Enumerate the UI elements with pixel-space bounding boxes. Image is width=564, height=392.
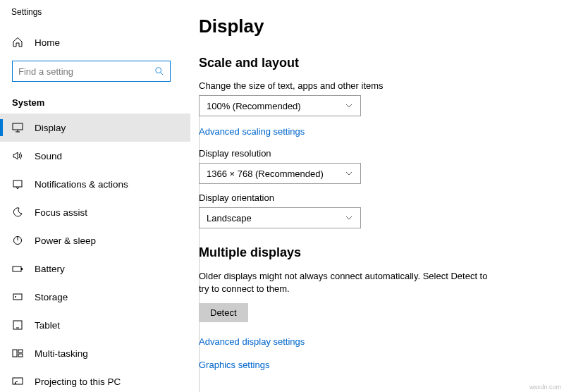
sidebar-item-tablet[interactable]: Tablet xyxy=(0,311,190,339)
search-icon xyxy=(154,66,164,76)
scale-dropdown-value: 100% (Recommended) xyxy=(207,101,301,111)
sidebar-item-label: Focus assist xyxy=(35,207,87,218)
sidebar-item-storage[interactable]: Storage xyxy=(0,283,190,311)
svg-rect-15 xyxy=(18,350,23,353)
sidebar-item-focus-assist[interactable]: Focus assist xyxy=(0,198,190,226)
sidebar-item-label: Multi-tasking xyxy=(35,348,88,359)
window-title: Settings xyxy=(0,0,190,17)
home-icon xyxy=(12,37,23,48)
multiple-displays-description: Older displays might not always connect … xyxy=(199,270,495,295)
storage-icon xyxy=(12,291,23,302)
svg-line-1 xyxy=(161,73,164,75)
sound-icon xyxy=(12,150,23,161)
graphics-settings-link[interactable]: Graphics settings xyxy=(199,360,269,370)
advanced-display-link[interactable]: Advanced display settings xyxy=(199,336,305,347)
change-size-caption: Change the size of text, apps and other … xyxy=(199,80,543,91)
chevron-down-icon xyxy=(345,169,353,178)
detect-button[interactable]: Detect xyxy=(199,303,248,322)
main-content: Display Scale and layout Change the size… xyxy=(199,0,564,392)
orientation-caption: Display orientation xyxy=(199,192,543,203)
home-label: Home xyxy=(35,37,60,48)
orientation-dropdown-value: Landscape xyxy=(207,213,252,223)
sidebar-item-notifications[interactable]: Notifications & actions xyxy=(0,170,190,198)
resolution-dropdown-value: 1366 × 768 (Recommended) xyxy=(207,169,324,179)
tablet-icon xyxy=(12,319,23,331)
resolution-dropdown[interactable]: 1366 × 768 (Recommended) xyxy=(199,163,361,184)
resolution-caption: Display resolution xyxy=(199,148,543,159)
advanced-scaling-link[interactable]: Advanced scaling settings xyxy=(199,126,305,137)
page-title: Display xyxy=(199,16,543,37)
orientation-dropdown[interactable]: Landscape xyxy=(199,207,361,228)
svg-rect-5 xyxy=(13,180,22,187)
svg-point-11 xyxy=(15,296,16,298)
svg-rect-16 xyxy=(18,354,23,357)
chevron-down-icon xyxy=(345,214,353,222)
sidebar-item-projecting[interactable]: Projecting to this PC xyxy=(0,367,190,392)
home-button[interactable]: Home xyxy=(0,30,190,55)
power-icon xyxy=(12,235,23,246)
sidebar-item-label: Battery xyxy=(35,264,65,274)
chevron-down-icon xyxy=(345,102,353,110)
svg-rect-2 xyxy=(13,123,23,130)
sidebar-item-label: Notifications & actions xyxy=(35,179,128,190)
scale-layout-heading: Scale and layout xyxy=(199,56,543,71)
svg-rect-14 xyxy=(13,350,17,357)
sidebar-item-label: Tablet xyxy=(35,320,60,331)
multitasking-icon xyxy=(12,348,23,359)
sidebar-item-power-sleep[interactable]: Power & sleep xyxy=(0,226,190,255)
battery-icon xyxy=(12,263,23,274)
search-box[interactable] xyxy=(12,61,171,82)
sidebar-item-label: Display xyxy=(35,123,66,133)
svg-rect-8 xyxy=(13,267,21,271)
multiple-displays-heading: Multiple displays xyxy=(199,245,543,260)
monitor-icon xyxy=(12,122,23,133)
sidebar-item-multitasking[interactable]: Multi-tasking xyxy=(0,339,190,367)
sidebar-item-label: Storage xyxy=(35,292,68,302)
svg-rect-10 xyxy=(13,294,22,300)
svg-point-0 xyxy=(156,68,161,73)
sidebar-item-sound[interactable]: Sound xyxy=(0,142,190,170)
sidebar-item-battery[interactable]: Battery xyxy=(0,255,190,283)
sidebar-item-label: Projecting to this PC xyxy=(35,376,121,387)
watermark: wsxdn.com xyxy=(529,384,561,391)
scale-dropdown[interactable]: 100% (Recommended) xyxy=(199,95,361,116)
search-input[interactable] xyxy=(18,66,154,77)
projecting-icon xyxy=(12,376,23,387)
sidebar: Settings Home System Display Sound Notif… xyxy=(0,0,190,392)
sidebar-item-display[interactable]: Display xyxy=(0,114,190,142)
sidebar-item-label: Power & sleep xyxy=(35,235,96,246)
moon-icon xyxy=(12,207,23,218)
section-label: System xyxy=(0,82,190,114)
sidebar-item-label: Sound xyxy=(35,151,62,161)
notifications-icon xyxy=(12,178,23,190)
svg-rect-9 xyxy=(21,268,23,270)
